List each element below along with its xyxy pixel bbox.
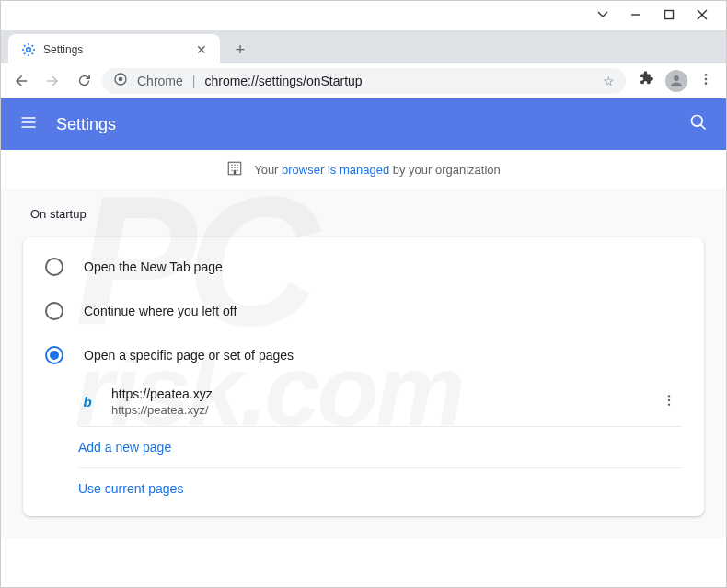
tab-strip: Settings ✕ + <box>1 30 726 63</box>
extensions-icon[interactable] <box>639 71 654 90</box>
managed-text: Your browser is managed by your organiza… <box>254 163 501 177</box>
svg-point-6 <box>705 74 708 76</box>
tab-title: Settings <box>43 43 189 56</box>
radio-label: Open the New Tab page <box>84 259 223 274</box>
new-tab-button[interactable]: + <box>227 37 253 63</box>
radio-icon <box>45 302 63 320</box>
forward-button[interactable] <box>40 68 65 94</box>
settings-header: Settings <box>1 98 726 150</box>
search-icon[interactable] <box>689 113 708 135</box>
svg-point-8 <box>705 82 708 85</box>
svg-point-11 <box>668 395 670 397</box>
svg-rect-0 <box>665 11 674 19</box>
gear-icon <box>21 42 36 57</box>
page-item-menu-icon[interactable] <box>656 393 682 411</box>
reload-button[interactable] <box>71 68 97 94</box>
startup-pages-list: b https://peatea.xyz https://peatea.xyz/… <box>78 377 682 509</box>
svg-point-7 <box>705 77 708 80</box>
radio-option-continue[interactable]: Continue where you left off <box>23 289 704 333</box>
tab-close-icon[interactable]: ✕ <box>196 42 207 57</box>
browser-toolbar: Chrome | chrome://settings/onStartup ☆ <box>1 63 726 98</box>
site-favicon: b <box>78 393 97 411</box>
site-info-icon[interactable] <box>113 72 128 89</box>
window-dropdown-icon[interactable] <box>597 7 608 24</box>
svg-point-5 <box>674 75 679 81</box>
svg-point-1 <box>27 48 31 52</box>
window-controls <box>1 1 726 30</box>
svg-point-9 <box>692 116 703 127</box>
add-page-link[interactable]: Add a new page <box>78 427 682 468</box>
content-area: On startup Open the New Tab page Continu… <box>1 189 726 538</box>
kebab-menu-icon[interactable] <box>698 72 713 90</box>
minimize-icon[interactable] <box>630 7 641 24</box>
url-text: chrome://settings/onStartup <box>204 74 362 88</box>
bookmark-star-icon[interactable]: ☆ <box>603 74 615 88</box>
back-button[interactable] <box>8 68 34 94</box>
startup-page-item: b https://peatea.xyz https://peatea.xyz/ <box>78 377 682 427</box>
maximize-icon[interactable] <box>664 7 675 24</box>
use-current-pages-link[interactable]: Use current pages <box>78 468 682 509</box>
svg-point-12 <box>668 398 670 400</box>
radio-label: Continue where you left off <box>84 304 237 318</box>
svg-point-13 <box>668 403 670 405</box>
close-icon[interactable] <box>697 7 708 24</box>
building-icon <box>226 160 243 179</box>
startup-card: Open the New Tab page Continue where you… <box>23 237 704 516</box>
address-bar[interactable]: Chrome | chrome://settings/onStartup ☆ <box>102 68 626 94</box>
page-item-url: https://peatea.xyz/ <box>111 403 641 417</box>
managed-link[interactable]: browser is managed <box>282 163 389 177</box>
hamburger-menu-icon[interactable] <box>19 113 38 135</box>
managed-banner: Your browser is managed by your organiza… <box>1 150 726 189</box>
radio-icon <box>45 258 63 276</box>
url-separator: | <box>192 74 196 88</box>
profile-avatar[interactable] <box>665 70 687 92</box>
radio-label: Open a specific page or set of pages <box>84 348 294 363</box>
radio-option-specific-page[interactable]: Open a specific page or set of pages <box>23 333 704 377</box>
radio-option-new-tab[interactable]: Open the New Tab page <box>23 245 704 289</box>
svg-point-4 <box>119 77 123 82</box>
radio-icon <box>45 346 63 364</box>
url-prefix: Chrome <box>137 74 183 88</box>
page-item-title: https://peatea.xyz <box>111 386 641 401</box>
tab-settings[interactable]: Settings ✕ <box>8 34 220 65</box>
section-title: On startup <box>23 189 704 237</box>
page-title: Settings <box>56 115 689 134</box>
